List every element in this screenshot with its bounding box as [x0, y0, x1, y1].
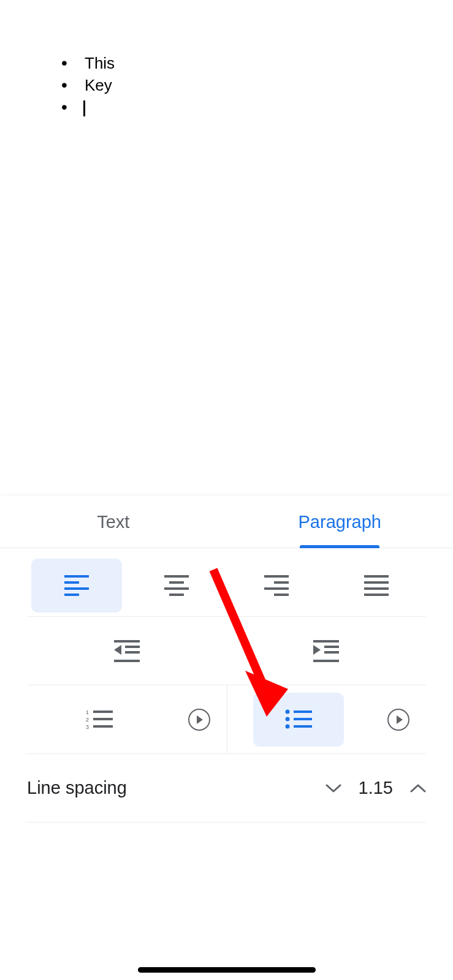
svg-rect-5 [64, 587, 89, 590]
list-row: 1 2 3 [27, 685, 426, 754]
svg-point-36 [286, 717, 290, 721]
numbered-list-options-button[interactable] [188, 709, 210, 731]
line-spacing-controls: 1.15 [325, 778, 426, 798]
list-item-text: Key [85, 76, 112, 94]
svg-rect-7 [164, 575, 189, 578]
tab-paragraph-label: Paragraph [299, 512, 381, 532]
svg-rect-20 [125, 646, 140, 648]
svg-rect-25 [324, 646, 339, 648]
text-cursor [83, 100, 85, 116]
svg-rect-21 [125, 651, 140, 654]
align-right-button[interactable] [231, 559, 322, 612]
home-indicator[interactable] [138, 967, 316, 973]
svg-rect-4 [64, 581, 79, 584]
align-justify-button[interactable] [331, 559, 422, 612]
list-item[interactable]: Key [55, 74, 416, 96]
svg-rect-10 [169, 594, 184, 596]
svg-rect-9 [164, 587, 189, 590]
chevron-down-icon [325, 783, 341, 793]
line-spacing-increase-button[interactable] [410, 780, 426, 796]
bulleted-list-icon [285, 709, 312, 730]
bulleted-list-button[interactable] [253, 693, 344, 747]
numbered-list-icon: 1 2 3 [86, 709, 113, 730]
svg-rect-39 [294, 718, 312, 720]
svg-rect-32 [93, 710, 113, 713]
align-left-button[interactable] [31, 559, 122, 612]
list-item-text: This [85, 54, 115, 72]
svg-rect-33 [93, 718, 113, 720]
svg-point-37 [286, 724, 290, 728]
decrease-indent-button[interactable] [82, 624, 172, 678]
line-spacing-value: 1.15 [359, 778, 393, 798]
bulleted-list-options-button[interactable] [387, 709, 409, 731]
tab-paragraph[interactable]: Paragraph [227, 496, 454, 548]
svg-rect-18 [364, 594, 389, 596]
list-item[interactable] [55, 96, 416, 118]
list-item[interactable]: This [55, 52, 416, 74]
svg-rect-24 [313, 640, 339, 643]
increase-indent-button[interactable] [281, 624, 371, 678]
svg-rect-15 [364, 575, 389, 578]
decrease-indent-icon [114, 640, 140, 662]
align-center-icon [164, 575, 189, 596]
list-divider [227, 685, 227, 753]
line-spacing-label: Line spacing [27, 778, 127, 798]
alignment-row [27, 548, 426, 617]
svg-rect-26 [324, 651, 339, 654]
svg-rect-34 [93, 725, 113, 728]
format-tabs: Text Paragraph [0, 496, 453, 548]
align-left-icon [64, 575, 89, 596]
svg-rect-11 [264, 575, 289, 578]
svg-text:1: 1 [86, 709, 89, 715]
svg-rect-3 [64, 575, 89, 578]
align-right-icon [264, 575, 289, 596]
svg-text:3: 3 [86, 724, 89, 730]
svg-marker-28 [313, 645, 321, 655]
align-center-button[interactable] [131, 559, 222, 612]
svg-rect-14 [274, 594, 289, 596]
svg-rect-40 [294, 725, 312, 728]
svg-text:2: 2 [86, 717, 89, 723]
svg-rect-12 [274, 581, 289, 584]
svg-rect-13 [264, 587, 289, 590]
tab-text[interactable]: Text [0, 496, 227, 548]
svg-rect-22 [114, 660, 140, 662]
svg-rect-38 [294, 710, 312, 713]
svg-rect-19 [114, 640, 140, 643]
bullet-list[interactable]: This Key [55, 52, 416, 118]
chevron-up-icon [410, 783, 426, 793]
indent-row [27, 617, 426, 685]
svg-point-35 [286, 709, 290, 714]
line-spacing-row: Line spacing 1.15 [27, 754, 426, 823]
svg-rect-27 [313, 660, 339, 662]
tab-text-label: Text [97, 512, 129, 532]
format-panel: Text Paragraph [0, 496, 453, 980]
svg-marker-23 [114, 645, 121, 655]
svg-rect-16 [364, 581, 389, 584]
svg-rect-8 [169, 581, 184, 584]
increase-indent-icon [313, 640, 339, 662]
align-justify-icon [364, 575, 389, 596]
svg-rect-17 [364, 587, 389, 590]
document-editor[interactable]: This Key [0, 0, 453, 496]
numbered-list-button[interactable]: 1 2 3 [54, 693, 145, 747]
svg-rect-6 [64, 594, 79, 596]
line-spacing-decrease-button[interactable] [325, 780, 341, 796]
